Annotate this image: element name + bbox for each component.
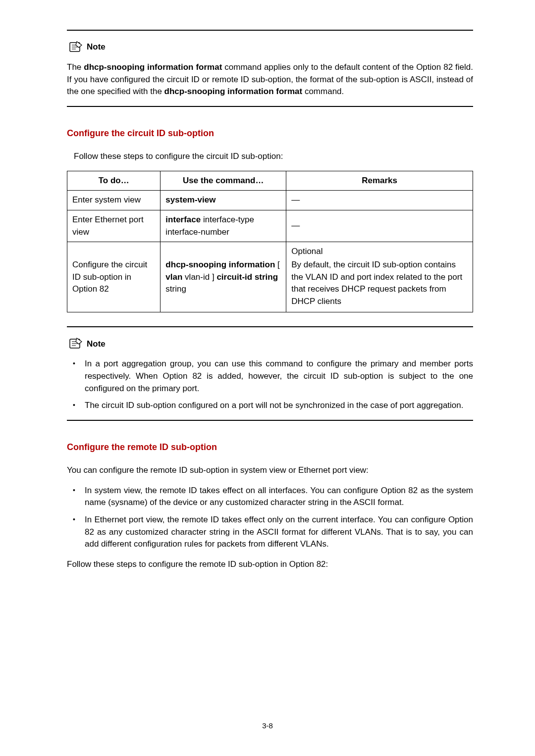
cell-todo: Configure the circuit ID sub-option in O… [67,242,160,312]
cell-remarks: OptionalBy default, the circuit ID sub-o… [286,242,473,312]
remote-id-bullet-list: In system view, the remote ID takes effe… [67,485,473,551]
cell-remarks: — [286,210,473,242]
divider [67,420,473,421]
cell-remarks: — [286,191,473,210]
note-icon [67,337,84,350]
note-paragraph: The dhcp-snooping information format com… [67,61,473,98]
heading-configure-circuit-id: Configure the circuit ID sub-option [67,127,473,140]
cell-command: interface interface-type interface-numbe… [160,210,286,242]
col-header-todo: To do… [67,171,160,191]
circuit-id-table: To do… Use the command… Remarks Enter sy… [67,171,473,313]
list-item: The circuit ID sub-option configured on … [67,400,473,412]
table-row: Enter Ethernet port viewinterface interf… [67,210,473,242]
note-block-2: Note In a port aggregation group, you ca… [67,326,473,421]
list-item: In a port aggregation group, you can use… [67,358,473,395]
cell-command: system-view [160,191,286,210]
note-icon [67,41,84,53]
list-item: In system view, the remote ID takes effe… [67,485,473,509]
follow-steps-text: Follow these steps to configure the remo… [67,558,473,571]
cell-todo: Enter Ethernet port view [67,210,160,242]
cell-command: dhcp-snooping information [ vlan vlan-id… [160,242,286,312]
list-item: In Ethernet port view, the remote ID tak… [67,514,473,551]
note-body: The dhcp-snooping information format com… [67,61,473,98]
note-block-1: Note The dhcp-snooping information forma… [67,30,473,107]
table-row: Enter system viewsystem-view— [67,191,473,210]
intro-text: Follow these steps to configure the circ… [74,151,473,163]
col-header-remarks: Remarks [286,171,473,191]
heading-configure-remote-id: Configure the remote ID sub-option [67,441,473,454]
table-header-row: To do… Use the command… Remarks [67,171,473,191]
divider [67,326,473,327]
note-head: Note [67,41,473,53]
note-head: Note [67,337,473,350]
page-number: 3-8 [0,720,535,731]
divider [67,30,473,31]
col-header-command: Use the command… [160,171,286,191]
intro-text: You can configure the remote ID sub-opti… [67,464,473,477]
divider [67,106,473,107]
note-bullet-list: In a port aggregation group, you can use… [67,358,473,412]
table-row: Configure the circuit ID sub-option in O… [67,242,473,312]
cell-todo: Enter system view [67,191,160,210]
note-label: Note [87,41,106,53]
note-label: Note [87,338,106,351]
